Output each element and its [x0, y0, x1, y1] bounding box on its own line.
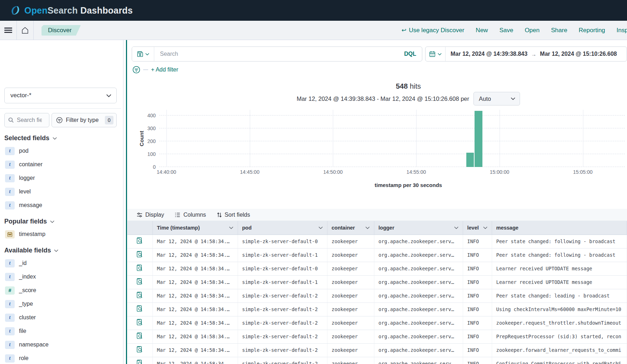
inspect-document-button[interactable]: [127, 275, 152, 289]
field-item-cluster[interactable]: tcluster: [4, 312, 117, 323]
date-picker: Mar 12, 2024 @ 14:39:38.843 → Mar 12, 20…: [425, 46, 627, 62]
menu-button[interactable]: [0, 21, 16, 40]
histogram-bar-14:58:30[interactable]: [475, 111, 482, 167]
nav-actions: ↩Use legacy DiscoverNewSaveOpenShareRepo…: [402, 21, 627, 40]
inspect-document-icon: [137, 360, 143, 364]
home-button[interactable]: [17, 21, 33, 40]
inspect-document-button[interactable]: [127, 330, 152, 343]
date-field-icon: [5, 230, 15, 238]
field-search-input[interactable]: [17, 117, 42, 123]
filter-set-icon[interactable]: [132, 66, 140, 74]
sort-icon: [217, 212, 222, 218]
inspect-document-icon: [137, 346, 143, 353]
display-button[interactable]: Display: [137, 212, 164, 218]
cell-container: zookeeper: [327, 248, 374, 262]
filter-by-type-button[interactable]: Filter by type 0: [52, 113, 117, 127]
column-header-container[interactable]: container: [327, 221, 374, 235]
field-name: _type: [19, 301, 33, 307]
x-tick-label: 15:05:00: [567, 169, 599, 175]
quick-select-button[interactable]: [426, 47, 446, 61]
field-item-timestamp[interactable]: timestamp: [4, 229, 117, 240]
home-icon: [21, 26, 29, 34]
column-header-time-timestamp-[interactable]: Time (timestamp): [152, 221, 238, 235]
nav-link-new[interactable]: New: [476, 27, 488, 34]
columns-button[interactable]: Columns: [175, 212, 206, 218]
inspect-document-button[interactable]: [127, 316, 152, 330]
string-field-icon: t: [5, 174, 15, 182]
nav-link-open[interactable]: Open: [525, 27, 540, 34]
nav-link-inspect[interactable]: Inspect: [617, 27, 627, 34]
column-header-logger[interactable]: logger: [374, 221, 463, 235]
field-item-message[interactable]: tmessage: [4, 200, 117, 211]
sidebar-resizer[interactable]: [126, 40, 127, 364]
cell-pod: simple-zk-server-default-2: [238, 330, 327, 343]
nav-link-save[interactable]: Save: [499, 27, 513, 34]
section-toggle-available-fields[interactable]: Available fields: [4, 247, 117, 254]
field-item-_type[interactable]: t_type: [4, 299, 117, 309]
field-search-box: [4, 113, 49, 127]
search-icon: [8, 117, 14, 123]
index-pattern-select[interactable]: vector-*: [4, 88, 117, 103]
opensearch-logo-icon: [10, 5, 21, 16]
field-item-_id[interactable]: t_id: [4, 258, 117, 269]
field-item-role[interactable]: trole: [4, 353, 117, 364]
inspect-document-button[interactable]: [127, 357, 152, 364]
cell-time: Mar 12, 2024 @ 14:58:34.…: [152, 262, 238, 275]
end-date-button[interactable]: Mar 12, 2024 @ 15:10:26.608: [540, 51, 617, 57]
cell-logger: org.apache.zookeeper.serv…: [374, 235, 463, 248]
field-sections: Selected fieldstpodtcontainertloggertlev…: [4, 134, 117, 364]
table-row: Mar 12, 2024 @ 14:58:34.…simple-zk-serve…: [127, 289, 627, 302]
field-item-level[interactable]: tlevel: [4, 186, 117, 197]
table-row: Mar 12, 2024 @ 14:58:34.…simple-zk-serve…: [127, 316, 627, 330]
inspect-document-button[interactable]: [127, 235, 152, 248]
table-row: Mar 12, 2024 @ 14:58:34.…simple-zk-serve…: [127, 262, 627, 275]
column-header-level[interactable]: level: [463, 221, 492, 235]
add-filter-button[interactable]: + Add filter: [151, 67, 178, 73]
field-item-logger[interactable]: tlogger: [4, 173, 117, 183]
field-item-container[interactable]: tcontainer: [4, 159, 117, 170]
query-bar: DQL Mar 12, 2024 @ 14:39:38.843 → Mar 12…: [132, 46, 627, 62]
cell-pod: simple-zk-server-default-2: [238, 343, 327, 357]
cell-pod: simple-zk-server-default-1: [238, 248, 327, 262]
inspect-document-button[interactable]: [127, 302, 152, 316]
display-label: Display: [145, 212, 164, 218]
field-name: logger: [19, 175, 35, 181]
field-name: _score: [19, 287, 36, 294]
cell-message: Peer state changed: following - broadcas…: [492, 235, 627, 248]
interval-select[interactable]: Auto: [473, 92, 520, 105]
dql-button[interactable]: DQL: [398, 51, 422, 57]
cell-container: zookeeper: [327, 289, 374, 302]
filter-dash: [143, 69, 148, 70]
column-header-pod[interactable]: pod: [238, 221, 327, 235]
x-tick-label: 15:00:00: [483, 169, 516, 175]
nav-link-share[interactable]: Share: [551, 27, 567, 34]
start-date-button[interactable]: Mar 12, 2024 @ 14:39:38.843: [451, 51, 528, 57]
column-header-message[interactable]: message: [492, 221, 627, 235]
field-item-file[interactable]: tfile: [4, 326, 117, 336]
cell-message: Peer state changed: leading - broadcast: [492, 289, 627, 302]
inspect-document-button[interactable]: [127, 248, 152, 262]
section-toggle-popular-fields[interactable]: Popular fields: [4, 218, 117, 225]
search-input[interactable]: [154, 51, 398, 57]
inspect-document-icon: [137, 251, 143, 258]
field-item-pod[interactable]: tpod: [4, 146, 117, 156]
field-item-_score[interactable]: #_score: [4, 285, 117, 296]
breadcrumb-discover[interactable]: Discover: [42, 25, 81, 36]
nav-link-reporting[interactable]: Reporting: [579, 27, 605, 34]
inspect-document-button[interactable]: [127, 289, 152, 302]
navbar: Discover ↩Use legacy DiscoverNewSaveOpen…: [0, 21, 627, 40]
histogram-bar-14:58:00[interactable]: [466, 153, 474, 167]
nav-link-use-legacy-discover[interactable]: ↩Use legacy Discover: [402, 27, 464, 34]
cell-level: INFO: [463, 289, 492, 302]
cell-message: Learner received UPTODATE message: [492, 262, 627, 275]
field-item-_index[interactable]: t_index: [4, 271, 117, 282]
sort-fields-button[interactable]: Sort fields: [217, 212, 250, 218]
section-toggle-selected-fields[interactable]: Selected fields: [4, 134, 117, 142]
hits-label: hits: [410, 82, 421, 90]
inspect-document-button[interactable]: [127, 262, 152, 275]
cell-logger: org.apache.zookeeper.serv…: [374, 262, 463, 275]
field-item-namespace[interactable]: tnamespace: [4, 339, 117, 350]
inspect-document-button[interactable]: [127, 343, 152, 357]
chart-plot-area[interactable]: 010020030040014:40:0014:45:0014:50:0014:…: [159, 110, 625, 167]
saved-queries-button[interactable]: [132, 47, 154, 61]
